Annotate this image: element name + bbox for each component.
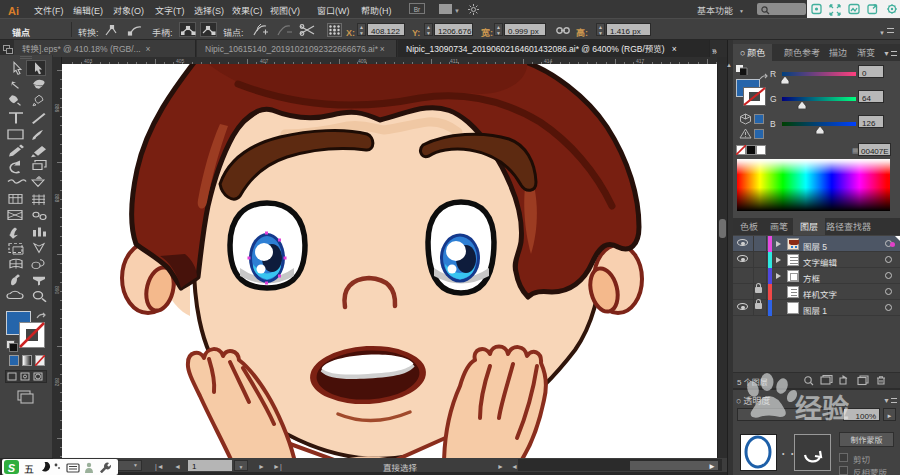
svg-text:经验: 经验 [795, 387, 849, 426]
